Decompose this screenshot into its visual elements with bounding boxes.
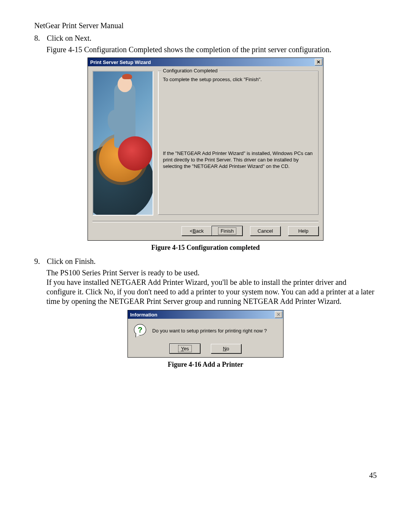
document-header: NetGear Print Server Manual	[34, 21, 377, 30]
manual-page: NetGear Print Server Manual 8. Click on …	[0, 0, 411, 495]
step-9-description-2: If you have installed NETGAER Add Printe…	[46, 278, 377, 306]
wizard-body: Configuration Completed To complete the …	[88, 66, 323, 220]
completion-message: To complete the setup process, click "Fi…	[163, 77, 314, 82]
wizard-dialog: Print Server Setup Wizard ✕ Configuratio…	[88, 58, 323, 241]
yes-button[interactable]: Yes	[170, 344, 200, 353]
wizard-title-text: Print Server Setup Wizard	[90, 59, 151, 65]
back-button[interactable]: < Back	[182, 226, 212, 236]
close-icon[interactable]: ✕	[275, 311, 282, 318]
groupbox-title: Configuration Completed	[161, 68, 219, 73]
info-button-row: Yes No	[133, 344, 278, 353]
step-8-description: Figure 4-15 Configuration Completed show…	[46, 45, 377, 54]
wizard-titlebar: Print Server Setup Wizard ✕	[88, 58, 323, 66]
step-8-number: 8.	[34, 34, 45, 43]
step-8: 8. Click on Next.	[34, 34, 377, 43]
step-9: 9. Click on Finish.	[34, 257, 377, 266]
info-titlebar: Information ✕	[128, 310, 283, 319]
info-message: Do you want to setup printers for printi…	[152, 328, 267, 334]
step-9-number: 9.	[34, 257, 45, 266]
finish-button[interactable]: Finish	[212, 226, 242, 236]
no-button[interactable]: No	[211, 344, 241, 353]
step-8-instruction: Click on Next.	[47, 34, 91, 42]
figure-4-15-caption: Figure 4-15 Configuration completed	[34, 244, 377, 252]
information-dialog: Information ✕ ? Do you want to setup pri…	[127, 310, 284, 358]
page-number: 45	[369, 471, 377, 480]
help-button[interactable]: Help	[288, 226, 319, 236]
step-9-instruction: Click on Finish.	[47, 257, 96, 265]
figure-4-16-caption: Figure 4-16 Add a Printer	[34, 361, 377, 369]
step-9-description-1: The PS100 Series Print Server is ready t…	[46, 268, 377, 278]
cancel-button[interactable]: Cancel	[250, 226, 280, 236]
wizard-illustration	[92, 71, 153, 216]
close-icon[interactable]: ✕	[315, 59, 322, 66]
info-title-text: Information	[130, 312, 158, 318]
wizard-content: Configuration Completed To complete the …	[158, 71, 319, 216]
driver-info-message: If the "NETGEAR Add Printer Wizard" is i…	[163, 150, 314, 170]
info-body: ? Do you want to setup printers for prin…	[128, 319, 283, 357]
wizard-button-row: < Back Finish Cancel Help	[88, 222, 323, 240]
question-icon: ?	[133, 324, 146, 337]
config-completed-groupbox: Configuration Completed To complete the …	[158, 71, 319, 215]
